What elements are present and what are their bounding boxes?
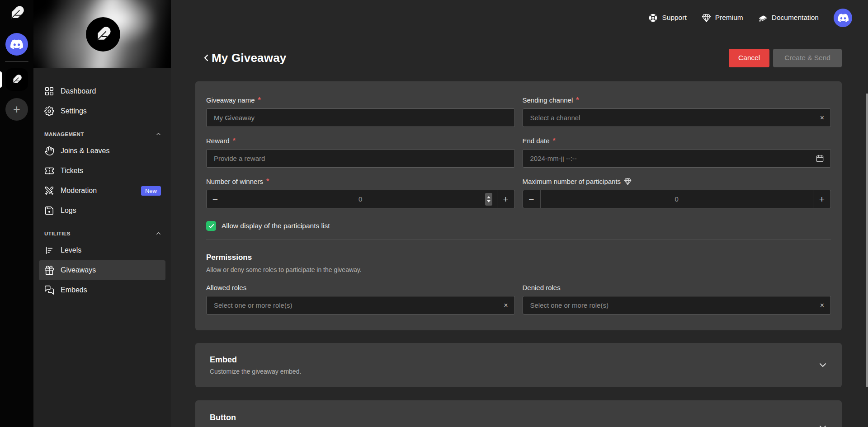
winners-stepper: − 0 + [206,190,515,208]
sidebar-item-embeds[interactable]: Embeds [39,280,165,300]
crossed-swords-icon [44,186,54,196]
participants-list-checkbox-row: Allow display of the participants list [206,221,831,231]
sidebar-item-giveaways[interactable]: Giveaways [39,260,165,280]
denied-roles-select[interactable]: × [523,296,831,314]
create-send-button[interactable]: Create & Send [773,49,842,67]
add-server-button[interactable]: + [5,98,28,121]
chevron-up-icon [155,131,162,137]
server-avatar [86,17,120,52]
premium-gem-icon [624,178,632,185]
sidebar-item-label: Settings [61,107,87,115]
sending-channel-label: Sending channel [523,96,573,104]
required-marker: * [576,96,579,104]
field-label: End date * [523,136,831,145]
field-reward: Reward * [206,136,515,168]
calendar-icon[interactable] [816,154,824,163]
end-date-input[interactable] [529,154,811,163]
sidebar-item-levels[interactable]: Levels [39,240,165,260]
reward-input[interactable] [213,154,508,163]
topbar-item-support[interactable]: Support [648,13,686,23]
spinner-up-icon[interactable] [487,196,491,198]
field-giveaway-name: Giveaway name * [206,96,515,127]
allowed-roles-input[interactable] [213,301,499,310]
discord-home-button[interactable] [5,33,28,56]
decrement-button[interactable]: − [207,190,224,208]
form-divider [206,239,831,239]
back-button[interactable] [201,52,212,63]
topbar: Support Premium Documentation [171,0,868,35]
cancel-button[interactable]: Cancel [729,49,769,67]
increment-button[interactable]: + [813,190,830,208]
discord-icon [838,14,849,22]
end-date-input-box [523,149,831,168]
life-buoy-icon [648,13,658,23]
clear-icon[interactable]: × [820,114,824,122]
decrement-button[interactable]: − [523,190,541,208]
winners-value-input[interactable]: 0 [224,190,497,208]
sidebar-section-management[interactable]: MANAGEMENT [33,131,171,137]
end-date-label: End date [523,137,550,145]
sidebar-item-settings[interactable]: Settings [39,101,165,121]
sidebar-nav: Dashboard Settings MANAGEMENT Joins & Le… [33,68,171,300]
max-participants-stepper: − 0 + [523,190,831,208]
section-title: MANAGEMENT [44,131,84,137]
gift-icon [44,265,54,275]
participants-list-checkbox[interactable] [206,221,216,231]
embed-section-card[interactable]: Embed Customize the giveaway embed. [195,343,842,387]
field-allowed-roles: Allowed roles × [206,283,515,314]
server-banner [33,0,171,68]
sidebar-item-label: Tickets [61,167,83,175]
topbar-item-premium[interactable]: Premium [702,13,743,23]
sending-channel-input[interactable] [529,113,816,122]
chevron-down-icon[interactable] [817,360,828,371]
button-section-title: Button [210,413,827,422]
section-title: UTILITIES [44,231,71,236]
sidebar-item-logs[interactable]: Logs [39,201,165,221]
sidebar-item-tickets[interactable]: Tickets [39,161,165,181]
sidebar-item-label: Giveaways [61,266,96,274]
field-denied-roles: Denied roles × [523,283,831,314]
reward-label: Reward [206,137,230,145]
chevron-down-icon[interactable] [817,422,828,427]
field-label: Reward * [206,136,515,145]
required-marker: * [553,137,556,145]
topbar-item-documentation[interactable]: Documentation [758,13,819,23]
sidebar-item-label: Embeds [61,286,87,294]
sidebar-item-joins-leaves[interactable]: Joins & Leaves [39,141,165,161]
embed-section-title: Embed [210,355,827,365]
sidebar-section-utilities[interactable]: UTILITIES [33,230,171,237]
server-icon-button[interactable] [5,68,28,91]
field-label: Allowed roles [206,283,515,291]
sidebar-item-label: Levels [61,246,81,254]
number-spinner[interactable] [485,193,492,206]
denied-roles-input[interactable] [529,301,816,310]
selected-server-indicator [0,71,2,88]
chevron-up-icon [155,230,162,237]
spinner-down-icon[interactable] [487,200,491,202]
sending-channel-select[interactable]: × [523,108,831,127]
clear-icon[interactable]: × [820,302,824,309]
max-participants-value-input[interactable]: 0 [541,190,813,208]
giveaway-form-card: Giveaway name * Sending channel * × [195,81,842,330]
permissions-title: Permissions [206,253,831,262]
clear-icon[interactable]: × [504,302,508,309]
field-label: Maximum number of participants [523,177,831,185]
chat-bubbles-icon [44,285,54,295]
gear-icon [44,106,54,116]
topbar-item-label: Premium [715,14,743,22]
increment-button[interactable]: + [497,190,514,208]
allowed-roles-label: Allowed roles [206,284,246,291]
page-scrollbar[interactable] [866,94,868,387]
sidebar-item-dashboard[interactable]: Dashboard [39,81,165,101]
button-section-card[interactable]: Button [195,400,842,427]
checkbox-label[interactable]: Allow display of the participants list [222,222,330,230]
topbar-item-label: Support [662,14,686,22]
user-avatar[interactable] [834,9,852,27]
giveaway-name-input[interactable] [213,113,508,122]
allowed-roles-select[interactable]: × [206,296,515,314]
sidebar-item-moderation[interactable]: Moderation New [39,181,165,201]
server-feather-icon [11,74,23,85]
sidebar-item-label: Joins & Leaves [61,147,110,155]
required-marker: * [258,96,261,104]
permissions-description: Allow or deny some roles to participate … [206,266,831,273]
